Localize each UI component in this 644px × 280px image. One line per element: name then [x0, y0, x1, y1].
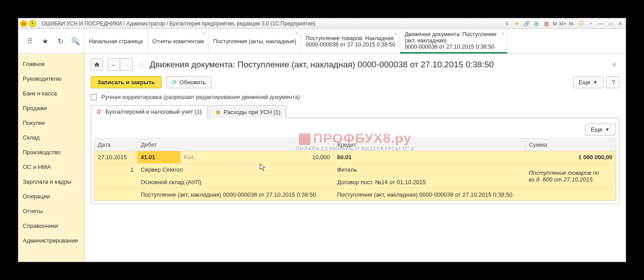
window-title: ОШИБКИ УСН И ПОСРЕДНИКИ / Администратор … — [42, 21, 315, 27]
cell-debit-desc: Поступление (акт, накладная) 0000-000038… — [137, 189, 334, 201]
table-header-row: Дата Дебет Кредит Сумма — [94, 139, 616, 151]
info-icon[interactable]: ⓘ — [577, 20, 585, 27]
inner-tab-label: Расходы при УСН (1) — [224, 109, 281, 115]
table-row[interactable]: 27.10.2015 41.01 Кол.: 10,000 60.01 1 00… — [94, 151, 616, 164]
sidebar-item-assets[interactable]: ОС и НМА — [18, 160, 84, 174]
cell-empty — [94, 176, 138, 189]
tab-reports[interactable]: Отчеты комитентам × — [148, 29, 209, 54]
star-nav-icon[interactable]: ★ — [41, 37, 50, 46]
col-credit[interactable]: Кредит — [334, 139, 525, 151]
tab-label-2: 0000-000038 от 27.10.2015 0:38:50 — [405, 44, 502, 50]
cell-sum: 1 000 000,00 — [525, 151, 616, 164]
sidebar-item-main[interactable]: Главное — [18, 57, 84, 71]
sidebar-item-operations[interactable]: Операции — [18, 189, 84, 204]
calendar-icon[interactable]: ▦ — [543, 20, 550, 27]
cell-credit-account: 60.01 — [334, 151, 406, 164]
sidebar-item-references[interactable]: Справочники — [18, 218, 84, 233]
cell-sum-desc: Поступление товаров по вх.д. 600 от 27.1… — [525, 164, 616, 189]
sidebar-item-manager[interactable]: Руководителю — [18, 71, 84, 86]
home-icon — [94, 62, 100, 68]
titlebar-dropdown-icon[interactable]: ▾ — [29, 20, 36, 27]
save-and-close-button[interactable]: Записать и закрыть — [91, 76, 162, 88]
close-icon[interactable]: × — [502, 31, 504, 36]
tab-receipts[interactable]: Поступление (акты, накладные) × — [209, 29, 301, 54]
logo-1c-icon: 1c — [20, 20, 27, 27]
back-button[interactable]: ← — [108, 58, 120, 71]
home-button[interactable] — [91, 58, 103, 71]
tab-label: Начальная страница — [89, 38, 143, 45]
window-close-icon[interactable]: ✕ — [617, 20, 624, 27]
forward-button[interactable]: → — [120, 58, 133, 71]
apps-icon[interactable]: ⠿ — [25, 37, 34, 46]
close-icon[interactable]: × — [394, 31, 397, 36]
history-icon[interactable]: ↻ — [56, 37, 65, 46]
sidebar-item-reports[interactable]: Отчеты — [18, 204, 84, 218]
favorite-toggle-icon[interactable]: ☆ — [137, 59, 145, 70]
tab-home[interactable]: Начальная страница — [84, 29, 148, 54]
accounting-icon: Дᵏ — [96, 109, 103, 115]
maximize-icon[interactable]: ▭ — [607, 20, 614, 27]
tabstrip: ⠿ ★ ↻ 🔍 Начальная страница Отчеты комите… — [18, 29, 626, 54]
sidebar-item-hr[interactable]: Зарплата и кадры — [18, 174, 84, 189]
tab-label: Отчеты комитентам — [152, 38, 204, 45]
cell-empty — [94, 189, 138, 201]
calc-icon[interactable]: ⊞ — [533, 20, 540, 27]
close-icon[interactable]: × — [203, 31, 205, 36]
tab-label: Движения документа: Поступление (акт, на… — [405, 31, 502, 44]
cell-debit-account: 41.01 — [137, 151, 180, 164]
minimize-icon[interactable]: — — [597, 20, 604, 27]
help-button[interactable]: ? — [606, 76, 619, 88]
table-row[interactable]: 1 Сервер Celeron Фитиль Поступление това… — [94, 164, 616, 176]
sidebar-item-production[interactable]: Производство — [18, 145, 84, 160]
inner-tab-usn[interactable]: ▦ Расходы при УСН (1) — [209, 105, 287, 118]
m-plus-button[interactable]: М+ — [560, 21, 567, 26]
chevron-down-icon: ▼ — [593, 80, 598, 85]
favorite-icon[interactable]: ★ — [513, 20, 520, 27]
refresh-label: Обновить — [180, 79, 206, 86]
close-icon[interactable]: × — [295, 31, 298, 36]
movements-table: Дата Дебет Кредит Сумма 27.10.2015 41.01… — [94, 138, 616, 201]
chevron-down-icon: ▼ — [605, 127, 610, 132]
manual-edit-checkbox[interactable] — [91, 94, 97, 100]
col-debit[interactable]: Дебет — [137, 139, 334, 151]
more-button[interactable]: Еще ▼ — [573, 76, 603, 88]
refresh-icon: ⟳ — [172, 79, 177, 86]
table-more-label: Еще — [591, 126, 602, 133]
info-drop-icon[interactable]: ▾ — [587, 20, 594, 27]
refresh-button[interactable]: ⟳ Обновить — [166, 76, 212, 88]
sidebar: Главное Руководителю Банк и касса Продаж… — [18, 54, 84, 262]
cell-debit-qty: 10,000 — [211, 151, 333, 164]
col-sum[interactable]: Сумма — [525, 139, 616, 151]
cell-credit-desc: Фитиль — [334, 164, 525, 176]
col-date[interactable]: Дата — [94, 139, 138, 151]
search-icon[interactable]: 🔍 — [71, 37, 80, 46]
tab-label: Поступление (акты, накладные) — [213, 38, 296, 45]
usn-icon: ▦ — [215, 109, 221, 115]
titlebar-tool-icon[interactable]: ⎘ — [503, 20, 510, 27]
cell-empty — [406, 151, 525, 164]
sidebar-item-warehouse[interactable]: Склад — [18, 130, 84, 145]
m-minus-button[interactable]: М- — [569, 21, 575, 26]
m-button[interactable]: М — [552, 21, 556, 26]
inner-tab-label: Бухгалтерский и налоговый учет (1) — [105, 108, 202, 115]
tab-document-movements[interactable]: Движения документа: Поступление (акт, на… — [400, 29, 507, 54]
manual-edit-label: Ручная корректировка (разрешает редактир… — [101, 94, 300, 100]
link-icon[interactable]: 🔗 — [523, 20, 530, 27]
table-more-button[interactable]: Еще ▼ — [585, 124, 615, 136]
sidebar-item-purchases[interactable]: Покупки — [18, 115, 84, 130]
cell-date: 27.10.2015 — [94, 151, 138, 164]
sidebar-item-admin[interactable]: Администрирование — [18, 233, 84, 248]
cell-num: 1 — [94, 164, 138, 176]
cell-credit-desc: Поступление (акт, накладная) 0000-000038… — [334, 189, 525, 201]
sidebar-item-sales[interactable]: Продажи — [18, 101, 84, 115]
cell-credit-desc: Договор пост. №14 от 01.10.2015 — [334, 176, 525, 189]
tab-label-2: 0000-000038 от 27.10.2015 0:38:50 — [305, 41, 395, 48]
table-row[interactable]: Поступление (акт, накладная) 0000-000038… — [94, 189, 616, 201]
close-page-icon[interactable]: × — [612, 60, 619, 70]
tab-label: Поступление товаров: Накладная — [305, 35, 395, 41]
inner-tab-accounting[interactable]: Дᵏ Бухгалтерский и налоговый учет (1) — [91, 105, 208, 118]
sidebar-item-bank[interactable]: Банк и касса — [18, 86, 84, 101]
more-label: Еще — [579, 79, 590, 86]
tab-goods-receipt[interactable]: Поступление товаров: Накладная 0000-0000… — [301, 29, 400, 54]
cell-debit-desc: Сервер Celeron — [137, 164, 334, 176]
